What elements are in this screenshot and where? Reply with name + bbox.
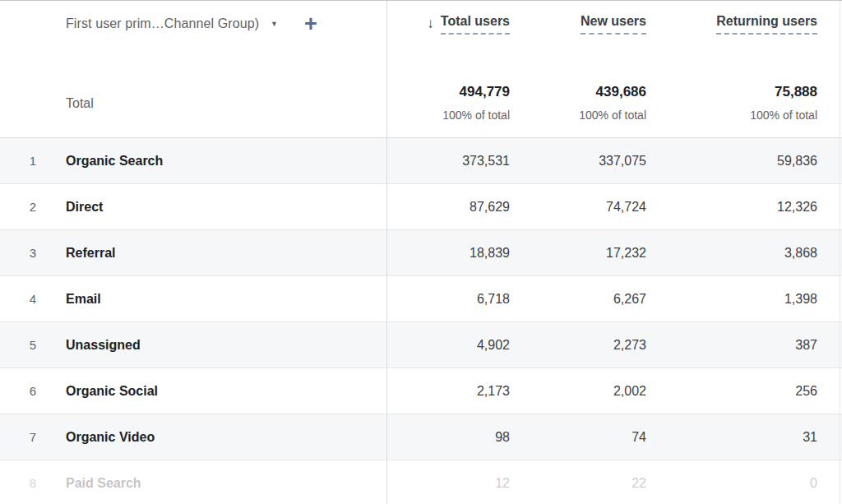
channel-name: Direct — [66, 200, 103, 215]
percent-of-total: 100% of total — [660, 109, 817, 122]
dimension-cell: 1 Organic Search — [0, 138, 387, 183]
table-row: 8 Paid Search 12 22 0 — [0, 460, 842, 504]
column-header-returning-users[interactable]: Returning users — [660, 1, 842, 47]
total-users-value: 18,839 — [387, 230, 524, 275]
table-row: 1 Organic Search 373,531 337,075 59,836 — [0, 138, 842, 184]
row-index: 2 — [0, 200, 36, 214]
total-users-value: 12 — [387, 460, 524, 504]
chevron-down-icon[interactable]: ▼ — [271, 20, 278, 28]
channel-name: Organic Video — [66, 430, 155, 445]
table-row: 3 Referral 18,839 17,232 3,868 — [0, 230, 842, 276]
new-users-value: 6,267 — [524, 276, 660, 321]
returning-users-value: 0 — [660, 460, 842, 504]
dimension-cell: 3 Referral — [0, 230, 387, 275]
table-header-row: First user prim…Channel Group) ▼ + ↓ Tot… — [0, 1, 842, 47]
dimension-cell: 8 Paid Search — [0, 460, 387, 504]
table-row: 5 Unassigned 4,902 2,273 387 — [0, 322, 842, 368]
row-index: 3 — [0, 246, 36, 260]
sort-descending-icon[interactable]: ↓ — [427, 16, 434, 32]
new-users-value: 22 — [524, 460, 660, 504]
row-index: 7 — [0, 430, 36, 444]
column-header-label[interactable]: New users — [581, 14, 646, 35]
column-header-total-users[interactable]: ↓ Total users — [387, 1, 524, 47]
totals-cell-total-users: 494,779 100% of total — [387, 47, 524, 137]
total-users-value: 373,531 — [387, 138, 524, 183]
total-users-value: 6,718 — [387, 276, 524, 321]
channel-group-table: First user prim…Channel Group) ▼ + ↓ Tot… — [0, 0, 842, 504]
dimension-selector[interactable]: First user prim…Channel Group) — [66, 16, 259, 31]
table-body: 1 Organic Search 373,531 337,075 59,836 … — [0, 138, 842, 504]
new-users-value: 74,724 — [524, 184, 660, 229]
row-index: 4 — [0, 292, 36, 306]
totals-cell-returning-users: 75,888 100% of total — [660, 47, 842, 137]
returning-users-value: 256 — [660, 368, 842, 414]
channel-name: Organic Social — [66, 384, 158, 399]
returning-users-value: 3,868 — [660, 230, 842, 275]
new-users-value: 17,232 — [524, 230, 660, 275]
column-header-new-users[interactable]: New users — [524, 1, 660, 47]
channel-name: Email — [66, 292, 101, 307]
channel-name: Paid Search — [66, 476, 141, 491]
dimension-cell: 7 Organic Video — [0, 414, 387, 460]
dimension-cell: 5 Unassigned — [0, 322, 387, 368]
channel-name: Referral — [66, 246, 115, 261]
total-value: 494,779 — [387, 83, 510, 101]
total-users-value: 2,173 — [387, 368, 524, 414]
dimension-header-cell: First user prim…Channel Group) ▼ + — [0, 1, 387, 47]
percent-of-total: 100% of total — [524, 109, 646, 122]
returning-users-value: 59,836 — [660, 138, 842, 183]
totals-row: Total 494,779 100% of total 439,686 100%… — [0, 47, 842, 138]
row-index: 8 — [0, 476, 36, 490]
column-header-label[interactable]: Returning users — [716, 14, 817, 35]
dimension-cell: 4 Email — [0, 276, 387, 321]
channel-name: Organic Search — [66, 154, 163, 169]
channel-name: Unassigned — [66, 338, 141, 353]
total-users-value: 87,629 — [387, 184, 524, 229]
table-right-edge-divider — [840, 1, 840, 504]
total-users-value: 98 — [387, 414, 524, 460]
dimension-cell: 6 Organic Social — [0, 368, 387, 414]
returning-users-value: 12,326 — [660, 184, 842, 229]
totals-cell-new-users: 439,686 100% of total — [524, 47, 660, 137]
add-dimension-button[interactable]: + — [304, 13, 317, 35]
row-index: 6 — [0, 384, 36, 398]
total-value: 439,686 — [524, 83, 646, 101]
dimension-cell: 2 Direct — [0, 184, 387, 229]
new-users-value: 2,002 — [524, 368, 660, 414]
percent-of-total: 100% of total — [387, 109, 510, 122]
row-index: 1 — [0, 154, 36, 168]
table-row: 6 Organic Social 2,173 2,002 256 — [0, 368, 842, 414]
totals-label: Total — [0, 47, 387, 137]
returning-users-value: 31 — [660, 414, 842, 460]
column-header-label[interactable]: Total users — [441, 14, 510, 35]
new-users-value: 74 — [524, 414, 660, 460]
total-value: 75,888 — [660, 83, 817, 101]
returning-users-value: 387 — [660, 322, 842, 368]
table-row: 7 Organic Video 98 74 31 — [0, 414, 842, 460]
table-row: 4 Email 6,718 6,267 1,398 — [0, 276, 842, 322]
new-users-value: 2,273 — [524, 322, 660, 368]
row-index: 5 — [0, 338, 36, 352]
total-users-value: 4,902 — [387, 322, 524, 368]
new-users-value: 337,075 — [524, 138, 660, 183]
returning-users-value: 1,398 — [660, 276, 842, 321]
table-row: 2 Direct 87,629 74,724 12,326 — [0, 184, 842, 230]
